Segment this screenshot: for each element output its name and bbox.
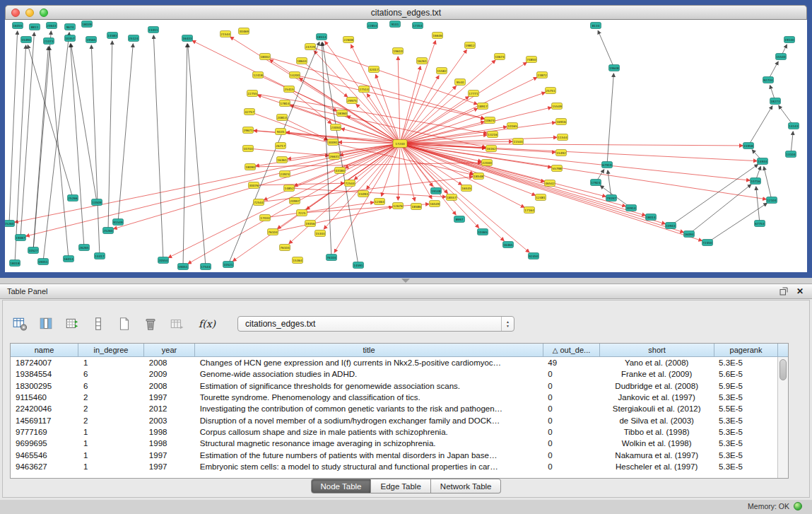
graph-node[interactable]: 15093 [358, 191, 369, 197]
graph-node[interactable]: 76104 [326, 255, 337, 261]
graph-node[interactable]: 23872 [537, 72, 548, 78]
graph-node[interactable]: 11011 [148, 27, 159, 33]
graph-node[interactable]: 17924 [591, 180, 601, 186]
show-columns-icon[interactable] [37, 315, 54, 332]
tab-node-table[interactable]: Node Table [311, 479, 372, 493]
graph-node[interactable]: 13509 [92, 199, 102, 206]
network-canvas[interactable]: 1605588112064396741803915494210731035719… [5, 20, 807, 272]
graph-node[interactable]: 22608 [343, 37, 354, 43]
graph-node[interactable]: 72450 [702, 240, 713, 246]
network-table-selector[interactable]: citations_edges.txt ▲ ▼ [237, 316, 514, 332]
graph-node[interactable]: 10165 [507, 123, 518, 129]
graph-node[interactable]: 8997 [454, 216, 465, 223]
graph-node[interactable]: 14591 [353, 262, 364, 269]
graph-node[interactable]: 91549 [113, 219, 124, 226]
graph-node[interactable]: 46542 [545, 180, 555, 187]
graph-node[interactable]: 26717 [276, 143, 286, 149]
graph-node[interactable]: 18014 [646, 214, 657, 221]
graph-node[interactable]: 18090 [245, 164, 256, 170]
graph-node[interactable]: 30091 [328, 139, 339, 146]
graph-node[interactable]: 30469 [239, 28, 249, 35]
function-builder-icon[interactable]: f(x) [199, 318, 216, 329]
graph-node[interactable]: 25260 [103, 228, 114, 234]
graph-node[interactable]: 16162 [486, 146, 497, 152]
graph-node[interactable]: 18514 [317, 34, 327, 40]
graph-node[interactable]: 12104 [767, 197, 777, 204]
graph-node[interactable]: 10943 [666, 223, 676, 229]
graph-node[interactable]: 76104 [280, 245, 290, 251]
graph-node[interactable]: 18644 [297, 58, 307, 64]
graph-node[interactable]: 29671 [243, 127, 254, 134]
graph-node[interactable]: 10357 [65, 35, 76, 42]
graph-node[interactable]: 16055 [13, 23, 23, 29]
graph-node[interactable]: 16549 [430, 201, 440, 207]
graph-node[interactable]: 8811 [30, 24, 40, 30]
table-row[interactable]: 946362711997Embryonic stem cells: a mode… [11, 461, 777, 472]
graph-node[interactable]: 15958 [743, 143, 754, 149]
graph-node[interactable]: 16094 [684, 231, 695, 238]
table-scrollbar[interactable] [777, 357, 788, 478]
import-table-icon[interactable] [168, 315, 185, 332]
graph-node[interactable]: 92734 [763, 77, 774, 83]
graph-node[interactable]: 18273 [770, 98, 781, 105]
graph-node[interactable]: 16916 [556, 119, 567, 125]
graph-node[interactable]: 42757 [245, 109, 255, 115]
window-titlebar[interactable]: citations_edges.txt [5, 5, 807, 20]
graph-node[interactable]: 17771 [469, 90, 479, 97]
graph-node[interactable]: 10465 [478, 229, 488, 235]
column-header-short[interactable]: short [600, 344, 714, 357]
graph-node[interactable]: 9674 [65, 24, 76, 30]
graph-node[interactable]: 27514 [359, 86, 370, 93]
graph-node[interactable]: 17240 [393, 140, 407, 148]
graph-node[interactable]: 25260 [5, 221, 15, 227]
graph-node[interactable]: 55798 [552, 165, 563, 172]
graph-node[interactable]: 18557 [447, 194, 457, 201]
table-row[interactable]: 1872400712008Changes of HCN gene express… [11, 357, 777, 368]
graph-node[interactable]: 18360 [337, 110, 348, 117]
graph-node[interactable]: 21544 [220, 31, 231, 37]
row-operations-icon[interactable] [90, 315, 107, 332]
graph-node[interactable]: 22040 [482, 160, 493, 166]
graph-node[interactable]: 17354 [413, 23, 423, 29]
graph-node[interactable]: 74850 [526, 57, 537, 63]
graph-node[interactable]: 15494 [21, 37, 32, 43]
graph-node[interactable]: 17814 [280, 100, 290, 107]
graph-node[interactable]: 72544 [254, 199, 264, 206]
graph-node[interactable]: 15364 [293, 257, 303, 264]
tab-edge-table[interactable]: Edge Table [371, 479, 430, 493]
graph-node[interactable]: 14143 [789, 123, 799, 129]
graph-node[interactable]: 17164 [524, 207, 535, 214]
graph-node[interactable]: 72544 [345, 180, 355, 187]
graph-node[interactable]: 18548 [473, 173, 484, 180]
table-settings-icon[interactable] [11, 315, 28, 332]
graph-node[interactable]: 9540 [455, 79, 466, 86]
graph-node[interactable]: 10521 [223, 262, 234, 268]
graph-node[interactable]: 14417 [95, 253, 105, 259]
column-header-name[interactable]: name [11, 344, 78, 357]
column-header-pagerank[interactable]: pagerank [714, 344, 778, 357]
graph-node[interactable]: 15540 [776, 54, 787, 60]
graph-node[interactable]: 25415 [284, 86, 295, 93]
graph-node[interactable]: 16465 [503, 242, 514, 248]
splitter-grip-icon[interactable] [401, 279, 410, 283]
graph-node[interactable]: 24729 [305, 44, 316, 50]
graph-node[interactable]: 43184 [335, 168, 346, 174]
graph-node[interactable]: 23050 [331, 124, 341, 131]
graph-node[interactable]: 22854 [367, 23, 378, 29]
graph-node[interactable]: 76104 [268, 229, 278, 235]
delete-table-icon[interactable] [142, 315, 159, 332]
panel-splitter[interactable] [0, 278, 812, 284]
graph-node[interactable]: 29975 [347, 98, 358, 104]
graph-node[interactable]: 9101 [390, 21, 401, 28]
graph-node[interactable]: 19812 [465, 42, 476, 49]
graph-node[interactable]: 22755 [247, 90, 258, 97]
tab-network-table[interactable]: Network Table [431, 479, 502, 493]
graph-node[interactable]: 59051 [178, 264, 189, 270]
graph-node[interactable]: 19610 [393, 48, 404, 54]
graph-node[interactable]: 18586 [411, 204, 422, 210]
graph-node[interactable]: 13216 [488, 132, 498, 138]
graph-node[interactable]: 10744 [243, 146, 254, 152]
graph-node[interactable]: 11544 [513, 139, 524, 145]
graph-node[interactable]: 19648 [609, 65, 620, 71]
graph-node[interactable]: 10716 [751, 178, 761, 185]
